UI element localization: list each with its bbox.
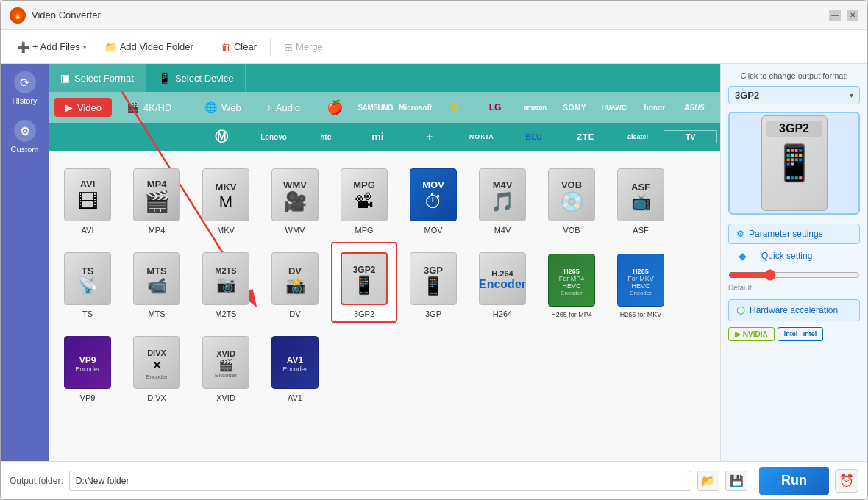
format-icon-mpg: MPG 📽	[338, 165, 390, 224]
format-item-vob[interactable]: VOB 💿 VOB	[538, 158, 605, 239]
format-item-ts[interactable]: TS 📡 TS	[54, 242, 121, 323]
format-icon-asf: ASF 📺	[615, 165, 666, 224]
app-title: Video Converter	[32, 10, 829, 21]
format-grid-container: AVI 🎞 AVI MP4	[49, 151, 720, 461]
toolbar-separator-2	[270, 38, 271, 56]
sidebar-item-history[interactable]: ⟳ History	[1, 64, 49, 113]
format-item-avi[interactable]: AVI 🎞 AVI	[54, 158, 121, 239]
output-folder-label: Output folder:	[10, 476, 63, 486]
format-type-video[interactable]: ▶ Video	[54, 98, 112, 117]
brand-sony[interactable]: SONY	[555, 96, 594, 118]
format-item-mkv[interactable]: MKV M MKV	[193, 158, 259, 239]
brand-asus[interactable]: ASUS	[675, 96, 714, 118]
format-item-m2ts[interactable]: M2TS 📷 M2TS	[193, 242, 259, 323]
tab-select-device[interactable]: 📱 Select Device	[146, 64, 246, 92]
brand-amazon[interactable]: amazon	[515, 96, 555, 118]
web-type-icon: 🌐	[204, 101, 217, 113]
format-item-h265mkv[interactable]: H265 For MKV HEVC Encoder H265 for MKV	[608, 242, 674, 323]
brand-motorola[interactable]: Ⓜ	[196, 125, 248, 149]
brand-lenovo[interactable]: Lenovo	[248, 130, 300, 144]
format-item-mov[interactable]: MOV ⏱ MOV	[400, 158, 466, 239]
gpu-badge-nvidia[interactable]: ▶ NVIDIA	[728, 327, 775, 341]
format-icon-3gp: 3GP 📱	[408, 249, 459, 308]
format-label-m4v: M4V	[494, 226, 511, 235]
format-icon-mp4: MP4 🎬	[131, 165, 182, 224]
add-files-button[interactable]: ➕ + Add Files ▾	[10, 38, 94, 57]
output-format-selector[interactable]: 3GP2 ▾	[728, 86, 860, 104]
format-icon-3gp2: 3GP2 📱	[338, 249, 390, 308]
brand-apple[interactable]: 🍎	[315, 96, 355, 118]
brand-tv[interactable]: TV	[664, 130, 717, 143]
format-label-h264: H264	[493, 310, 512, 318]
export-button[interactable]: 💾	[725, 471, 747, 491]
brand-huawei[interactable]: HUAWEI	[594, 96, 634, 118]
format-item-dv[interactable]: DV 📸 DV	[262, 242, 328, 323]
format-item-vp9[interactable]: VP9 Encoder VP9	[54, 326, 121, 407]
output-format-preview: 3GP2 📱	[728, 112, 860, 215]
quick-setting-label: Quick setting	[761, 251, 812, 261]
clear-button[interactable]: 🗑 Clear	[213, 38, 264, 57]
brand-zte[interactable]: ZTE	[560, 129, 612, 144]
brand-xiaomi[interactable]: mi	[352, 128, 404, 146]
brand-honor[interactable]: honor	[635, 96, 675, 118]
brand-nokia[interactable]: NOKIA	[456, 130, 508, 143]
format-tabs: ▣ Select Format 📱 Select Device	[49, 64, 720, 92]
format-item-mp4[interactable]: MP4 🎬 MP4	[124, 158, 190, 239]
minimize-button[interactable]: —	[829, 10, 841, 21]
format-item-xvid[interactable]: XVID 🎬 Encoder XVID	[193, 326, 259, 407]
run-button[interactable]: Run	[759, 467, 829, 495]
format-item-3gp2[interactable]: 3GP2 📱 3GP2	[331, 242, 397, 323]
quality-slider[interactable]	[728, 269, 860, 281]
format-item-mts[interactable]: MTS 📹 MTS	[124, 242, 190, 323]
format-label-dv: DV	[289, 310, 300, 318]
gpu-badge-intel[interactable]: intel Intel	[778, 327, 824, 341]
format-item-asf[interactable]: ASF 📺 ASF	[608, 158, 674, 239]
output-folder-input[interactable]	[69, 471, 691, 491]
brand-lg[interactable]: LG	[475, 96, 515, 118]
brand-blu[interactable]: BLU	[508, 129, 560, 144]
quality-label: Default	[728, 284, 860, 292]
format-item-divx[interactable]: DIVX ✕ Encoder DIVX	[124, 326, 190, 407]
right-panel: Click to change output format: 3GP2 ▾ 3G…	[720, 64, 867, 461]
alarm-icon: ⏰	[839, 474, 854, 488]
format-item-m4v[interactable]: M4V 🎵 M4V	[469, 158, 536, 239]
format-label-mov: MOV	[424, 226, 442, 235]
format-type-web-label: Web	[221, 102, 241, 113]
add-files-dropdown-arrow[interactable]: ▾	[83, 43, 87, 51]
title-bar: 🔥 Video Converter — ✕	[1, 1, 867, 30]
format-type-web[interactable]: 🌐 Web	[194, 98, 252, 117]
format-item-mpg[interactable]: MPG 📽 MPG	[331, 158, 397, 239]
format-icon-av1: AV1 Encoder	[269, 333, 321, 392]
preview-format-icon: 📱	[772, 143, 817, 184]
format-item-wmv[interactable]: WMV 🎥 WMV	[262, 158, 328, 239]
close-button[interactable]: ✕	[847, 10, 858, 21]
browse-folder-button[interactable]: 📂	[697, 471, 719, 491]
format-type-4khd[interactable]: 🎬 4K/HD	[116, 98, 182, 117]
select-format-icon: ▣	[60, 72, 70, 84]
brand-oneplus[interactable]: +	[404, 128, 456, 146]
format-type-audio[interactable]: ♪ Audio	[256, 98, 310, 117]
brands-row-2: Ⓜ Lenovo htc mi + NOKIA BLU ZTE alcatel …	[49, 123, 720, 151]
tab-select-format-label: Select Format	[74, 73, 134, 84]
tab-select-format[interactable]: ▣ Select Format	[49, 64, 146, 92]
left-sidebar: ⟳ History ⚙ Custom	[1, 64, 49, 461]
brand-microsoft[interactable]: Microsoft	[396, 96, 435, 118]
format-icon-h265mkv: H265 For MKV HEVC Encoder	[615, 251, 666, 310]
format-label-h265mp4: H265 for MP4	[551, 311, 592, 318]
add-video-folder-button[interactable]: 📁 Add Video Folder	[97, 38, 201, 57]
parameter-settings-button[interactable]: ⚙ Parameter settings	[728, 224, 860, 244]
brand-samsung[interactable]: SAMSUNG	[355, 96, 395, 118]
brand-google[interactable]: G	[435, 96, 475, 118]
brand-alcatel[interactable]: alcatel	[612, 130, 664, 143]
brand-htc[interactable]: htc	[299, 130, 352, 144]
merge-button[interactable]: ⊞ Merge	[277, 38, 330, 57]
quick-setting-row[interactable]: —◆— Quick setting	[728, 250, 860, 262]
hardware-acceleration-button[interactable]: ⬡ Hardware acceleration	[728, 299, 860, 321]
format-item-h265mp4[interactable]: H265 For MP4 HEVC Encoder H265 for MP4	[538, 242, 605, 323]
alarm-button[interactable]: ⏰	[835, 469, 858, 493]
format-item-3gp[interactable]: 3GP 📱 3GP	[400, 242, 466, 323]
format-item-av1[interactable]: AV1 Encoder AV1	[262, 326, 328, 407]
sidebar-item-custom[interactable]: ⚙ Custom	[1, 113, 49, 161]
format-item-h264[interactable]: H.264 Encoder H264	[469, 242, 536, 323]
sidebar-item-custom-label: Custom	[11, 145, 39, 154]
